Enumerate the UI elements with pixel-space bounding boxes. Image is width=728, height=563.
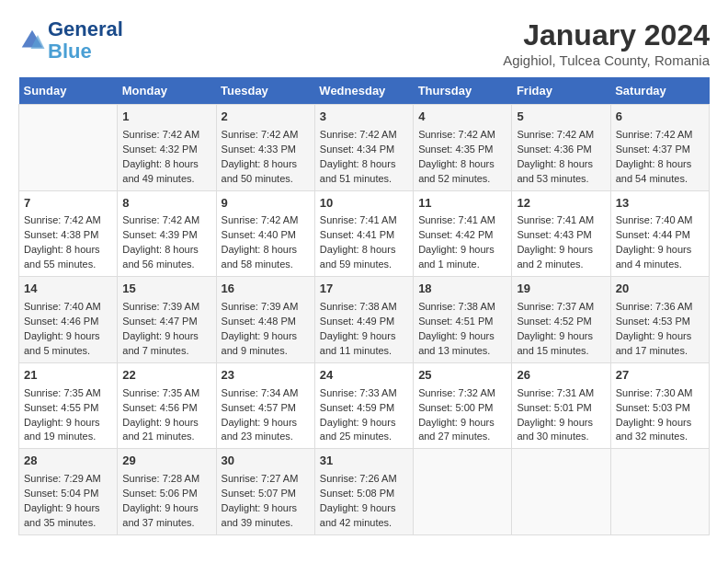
sunset-text: Sunset: 4:40 PM: [222, 228, 310, 243]
daylight-text: Daylight: 9 hours and 42 minutes.: [320, 501, 408, 531]
calendar-body: 1Sunrise: 7:42 AMSunset: 4:32 PMDaylight…: [19, 105, 710, 535]
day-number: 27: [616, 367, 704, 385]
calendar-cell: 21Sunrise: 7:35 AMSunset: 4:55 PMDayligh…: [19, 362, 118, 449]
calendar-table: SundayMondayTuesdayWednesdayThursdayFrid…: [18, 77, 710, 535]
sunset-text: Sunset: 4:51 PM: [418, 315, 506, 329]
sunset-text: Sunset: 4:41 PM: [320, 228, 408, 243]
calendar-cell: 20Sunrise: 7:36 AMSunset: 4:53 PMDayligh…: [610, 277, 709, 363]
sunrise-text: Sunrise: 7:42 AM: [616, 128, 704, 143]
sunrise-text: Sunrise: 7:41 AM: [320, 213, 408, 228]
daylight-text: Daylight: 9 hours and 7 minutes.: [122, 329, 210, 359]
sunset-text: Sunset: 4:52 PM: [517, 315, 605, 329]
calendar-cell: 14Sunrise: 7:40 AMSunset: 4:46 PMDayligh…: [19, 277, 118, 363]
day-number: 25: [418, 367, 506, 385]
sunrise-text: Sunrise: 7:38 AM: [418, 300, 506, 315]
sunset-text: Sunset: 5:04 PM: [24, 487, 112, 501]
daylight-text: Daylight: 9 hours and 15 minutes.: [517, 329, 605, 359]
sunset-text: Sunset: 5:03 PM: [616, 401, 704, 416]
day-number: 12: [517, 195, 605, 213]
sunset-text: Sunset: 4:59 PM: [320, 401, 408, 416]
calendar-cell: 7Sunrise: 7:42 AMSunset: 4:38 PMDaylight…: [19, 190, 118, 277]
sunset-text: Sunset: 4:43 PM: [517, 228, 605, 243]
day-number: 20: [616, 281, 704, 298]
daylight-text: Daylight: 9 hours and 13 minutes.: [418, 329, 506, 359]
weekday-friday: Friday: [512, 77, 610, 105]
daylight-text: Daylight: 9 hours and 9 minutes.: [222, 329, 310, 359]
sunrise-text: Sunrise: 7:35 AM: [122, 386, 210, 401]
day-number: 24: [320, 367, 408, 385]
calendar-cell: 22Sunrise: 7:35 AMSunset: 4:56 PMDayligh…: [118, 362, 216, 449]
sunset-text: Sunset: 4:48 PM: [222, 315, 310, 329]
weekday-thursday: Thursday: [414, 77, 512, 105]
calendar-cell: 5Sunrise: 7:42 AMSunset: 4:36 PMDaylight…: [512, 105, 610, 191]
daylight-text: Daylight: 8 hours and 49 minutes.: [122, 157, 210, 187]
sunrise-text: Sunrise: 7:31 AM: [517, 386, 605, 401]
sunrise-text: Sunrise: 7:42 AM: [517, 128, 605, 143]
calendar-cell: [512, 449, 610, 535]
daylight-text: Daylight: 8 hours and 56 minutes.: [122, 243, 210, 272]
logo: General Blue: [18, 18, 123, 63]
sunset-text: Sunset: 4:33 PM: [222, 143, 310, 157]
page-header: General Blue January 2024 Agighiol, Tulc…: [18, 18, 710, 68]
calendar-cell: 30Sunrise: 7:27 AMSunset: 5:07 PMDayligh…: [216, 449, 314, 535]
sunrise-text: Sunrise: 7:27 AM: [222, 472, 310, 487]
daylight-text: Daylight: 9 hours and 35 minutes.: [24, 501, 112, 531]
daylight-text: Daylight: 9 hours and 5 minutes.: [24, 329, 112, 359]
logo-text: General Blue: [48, 18, 123, 63]
sunrise-text: Sunrise: 7:41 AM: [517, 213, 605, 228]
calendar-cell: 9Sunrise: 7:42 AMSunset: 4:40 PMDaylight…: [216, 190, 314, 277]
calendar-cell: 29Sunrise: 7:28 AMSunset: 5:06 PMDayligh…: [118, 449, 216, 535]
sunset-text: Sunset: 5:00 PM: [418, 401, 506, 416]
calendar-header: SundayMondayTuesdayWednesdayThursdayFrid…: [19, 77, 710, 105]
sunrise-text: Sunrise: 7:37 AM: [517, 300, 605, 315]
sunset-text: Sunset: 4:46 PM: [24, 315, 112, 329]
sunset-text: Sunset: 4:37 PM: [616, 143, 704, 157]
sunset-text: Sunset: 4:32 PM: [122, 143, 210, 157]
calendar-cell: 15Sunrise: 7:39 AMSunset: 4:47 PMDayligh…: [118, 277, 216, 363]
week-row-2: 7Sunrise: 7:42 AMSunset: 4:38 PMDaylight…: [19, 190, 710, 277]
sunrise-text: Sunrise: 7:35 AM: [24, 386, 112, 401]
sunrise-text: Sunrise: 7:30 AM: [616, 386, 704, 401]
sunrise-text: Sunrise: 7:39 AM: [222, 300, 310, 315]
sunset-text: Sunset: 5:06 PM: [122, 487, 210, 501]
week-row-4: 21Sunrise: 7:35 AMSunset: 4:55 PMDayligh…: [19, 362, 710, 449]
calendar-cell: 31Sunrise: 7:26 AMSunset: 5:08 PMDayligh…: [314, 449, 413, 535]
weekday-tuesday: Tuesday: [216, 77, 314, 105]
sunrise-text: Sunrise: 7:34 AM: [222, 386, 310, 401]
sunset-text: Sunset: 4:55 PM: [24, 401, 112, 416]
daylight-text: Daylight: 8 hours and 59 minutes.: [320, 243, 408, 272]
day-number: 14: [24, 281, 112, 298]
daylight-text: Daylight: 9 hours and 4 minutes.: [616, 243, 704, 272]
sunset-text: Sunset: 4:47 PM: [122, 315, 210, 329]
calendar-cell: 23Sunrise: 7:34 AMSunset: 4:57 PMDayligh…: [216, 362, 314, 449]
title-block: January 2024 Agighiol, Tulcea County, Ro…: [503, 18, 710, 68]
sunset-text: Sunset: 4:35 PM: [418, 143, 506, 157]
calendar-cell: 26Sunrise: 7:31 AMSunset: 5:01 PMDayligh…: [512, 362, 610, 449]
day-number: 18: [418, 281, 506, 298]
sunrise-text: Sunrise: 7:42 AM: [418, 128, 506, 143]
daylight-text: Daylight: 8 hours and 53 minutes.: [517, 157, 605, 187]
calendar-cell: 16Sunrise: 7:39 AMSunset: 4:48 PMDayligh…: [216, 277, 314, 363]
calendar-cell: 27Sunrise: 7:30 AMSunset: 5:03 PMDayligh…: [610, 362, 709, 449]
sunset-text: Sunset: 4:56 PM: [122, 401, 210, 416]
sunrise-text: Sunrise: 7:32 AM: [418, 386, 506, 401]
calendar-cell: 17Sunrise: 7:38 AMSunset: 4:49 PMDayligh…: [314, 277, 413, 363]
daylight-text: Daylight: 9 hours and 27 minutes.: [418, 416, 506, 445]
sunrise-text: Sunrise: 7:38 AM: [320, 300, 408, 315]
day-number: 10: [320, 195, 408, 213]
day-number: 4: [418, 109, 506, 126]
location: Agighiol, Tulcea County, Romania: [503, 52, 710, 68]
sunrise-text: Sunrise: 7:41 AM: [418, 213, 506, 228]
calendar-cell: 12Sunrise: 7:41 AMSunset: 4:43 PMDayligh…: [512, 190, 610, 277]
sunrise-text: Sunrise: 7:42 AM: [222, 128, 310, 143]
calendar-cell: 6Sunrise: 7:42 AMSunset: 4:37 PMDaylight…: [610, 105, 709, 191]
daylight-text: Daylight: 8 hours and 50 minutes.: [222, 157, 310, 187]
sunrise-text: Sunrise: 7:39 AM: [122, 300, 210, 315]
daylight-text: Daylight: 9 hours and 21 minutes.: [122, 416, 210, 445]
weekday-sunday: Sunday: [19, 77, 118, 105]
sunrise-text: Sunrise: 7:40 AM: [24, 300, 112, 315]
sunset-text: Sunset: 4:57 PM: [222, 401, 310, 416]
daylight-text: Daylight: 9 hours and 39 minutes.: [222, 501, 310, 531]
weekday-row: SundayMondayTuesdayWednesdayThursdayFrid…: [19, 77, 710, 105]
calendar-cell: [610, 449, 709, 535]
